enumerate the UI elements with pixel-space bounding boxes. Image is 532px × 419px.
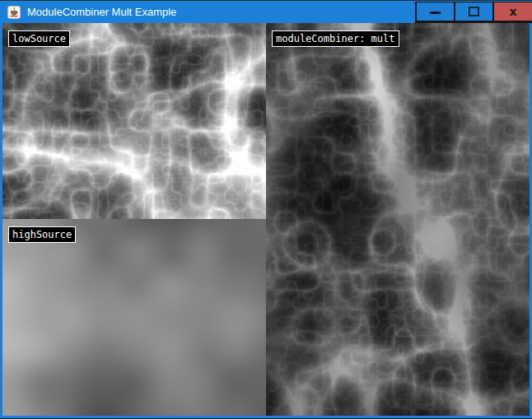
panel-high-source: highSource [2,219,266,416]
app-window: ModuleCombiner Mult Example x lowSource … [0,0,532,419]
minimize-button[interactable] [417,2,454,21]
high-source-noise-canvas [2,219,266,416]
close-button[interactable]: x [494,2,532,21]
window-controls: x [415,2,532,23]
noise-canvas-area: lowSource highSource moduleCombiner: mul… [2,23,530,416]
close-x-icon: x [509,6,516,17]
module-combiner-mult-label: moduleCombiner: mult [272,30,399,47]
maximize-icon [469,7,479,16]
panel-low-source: lowSource [2,23,266,219]
java-coffee-cup-icon[interactable] [7,6,21,19]
low-source-label: lowSource [8,30,70,47]
title-bar[interactable]: ModuleCombiner Mult Example x [0,1,532,23]
low-source-noise-canvas [2,23,266,219]
mult-result-noise-canvas [266,23,530,416]
panel-module-combiner-mult: moduleCombiner: mult [266,23,530,416]
window-title: ModuleCombiner Mult Example [27,1,176,23]
high-source-label: highSource [8,226,76,243]
minimize-icon [430,12,441,14]
maximize-button[interactable] [455,2,492,21]
